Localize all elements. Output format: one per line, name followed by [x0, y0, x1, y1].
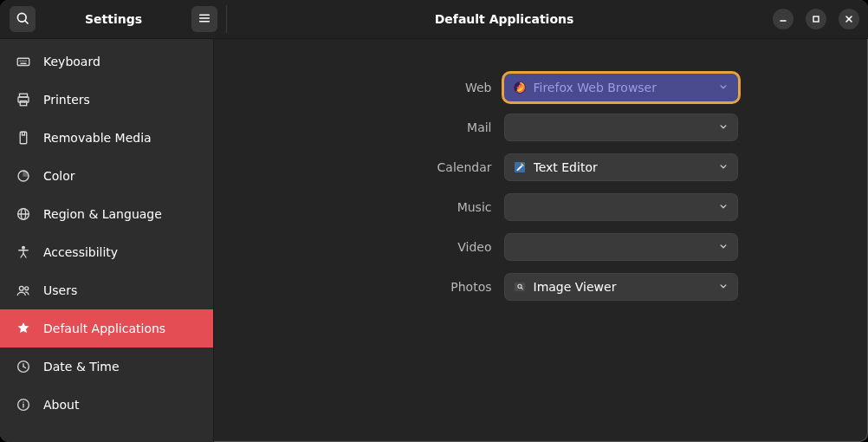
sidebar-item-accessibility[interactable]: Accessibility — [0, 233, 213, 271]
default-applications-icon — [16, 321, 31, 336]
minimize-button[interactable] — [773, 9, 794, 29]
calendar-select-value: Text Editor — [534, 160, 710, 174]
firefox-icon — [513, 81, 527, 94]
sidebar-item-label: Accessibility — [43, 245, 118, 259]
sidebar: KeyboardPrintersRemovable MediaColorRegi… — [0, 39, 214, 442]
sidebar-item-label: Color — [43, 169, 75, 183]
header-sidebar-section: Settings — [0, 0, 227, 38]
sidebar-item-region-language[interactable]: Region & Language — [0, 195, 213, 233]
chevron-down-icon — [717, 200, 729, 215]
photos-select-value: Image Viewer — [534, 280, 710, 294]
text-editor-icon — [513, 160, 527, 174]
svg-point-30 — [25, 287, 29, 290]
removable-media-icon — [16, 130, 31, 146]
sidebar-item-about[interactable]: About — [0, 386, 213, 424]
chevron-down-icon — [717, 120, 729, 135]
sidebar-item-label: Date & Time — [43, 360, 120, 374]
calendar-label: Calendar — [345, 160, 492, 174]
sidebar-item-date-time[interactable]: Date & Time — [0, 348, 213, 386]
keyboard-icon — [16, 54, 31, 69]
mail-select[interactable] — [504, 114, 738, 141]
sidebar-item-label: Printers — [43, 93, 90, 107]
header-content-section: Default Applications — [227, 0, 868, 38]
photos-label: Photos — [345, 280, 492, 294]
sidebar-item-label: About — [43, 398, 79, 412]
users-icon — [16, 283, 31, 298]
maximize-button[interactable] — [806, 9, 826, 29]
image-viewer-icon — [513, 280, 527, 294]
close-button[interactable] — [839, 9, 859, 29]
chevron-down-icon — [717, 240, 729, 255]
date-time-icon — [16, 359, 31, 374]
web-select[interactable]: Firefox Web Browser — [504, 74, 738, 101]
svg-rect-18 — [20, 132, 27, 144]
sidebar-item-label: Keyboard — [43, 55, 100, 68]
color-icon — [16, 168, 31, 184]
window-controls — [773, 9, 859, 29]
svg-point-36 — [23, 401, 23, 402]
svg-line-33 — [23, 367, 26, 368]
accessibility-icon — [16, 244, 31, 260]
svg-rect-9 — [17, 58, 29, 65]
mail-label: Mail — [345, 120, 492, 134]
video-select[interactable] — [504, 233, 738, 261]
sidebar-item-label: Default Applications — [43, 322, 165, 335]
window-body: KeyboardPrintersRemovable MediaColorRegi… — [0, 39, 868, 442]
headerbar: Settings Default Applications — [0, 0, 868, 39]
sidebar-item-label: Users — [43, 283, 77, 297]
web-label: Web — [345, 81, 492, 94]
region-language-icon — [16, 206, 31, 222]
default-apps-form: WebFirefox Web BrowserMailCalendarText E… — [240, 74, 842, 301]
svg-rect-39 — [515, 283, 525, 292]
sidebar-item-printers[interactable]: Printers — [0, 81, 213, 119]
music-select[interactable] — [504, 193, 738, 221]
about-icon — [16, 397, 31, 413]
sidebar-item-label: Region & Language — [43, 207, 162, 221]
sidebar-item-users[interactable]: Users — [0, 271, 213, 309]
chevron-down-icon — [717, 160, 729, 175]
svg-rect-17 — [20, 101, 27, 106]
svg-line-28 — [23, 254, 26, 258]
calendar-select[interactable]: Text Editor — [504, 153, 738, 181]
svg-line-1 — [25, 21, 28, 23]
content-area: WebFirefox Web BrowserMailCalendarText E… — [214, 39, 868, 442]
menu-button[interactable] — [191, 6, 217, 32]
search-icon — [15, 10, 30, 29]
svg-point-29 — [19, 286, 23, 290]
svg-point-24 — [23, 246, 25, 249]
chevron-down-icon — [717, 81, 729, 95]
sidebar-item-keyboard[interactable]: Keyboard — [0, 42, 213, 81]
photos-select[interactable]: Image Viewer — [504, 273, 738, 301]
web-select-value: Firefox Web Browser — [534, 81, 710, 94]
music-label: Music — [345, 200, 492, 214]
sidebar-item-removable-media[interactable]: Removable Media — [0, 119, 213, 157]
hamburger-icon — [197, 10, 212, 29]
video-label: Video — [345, 240, 492, 254]
svg-rect-19 — [23, 132, 25, 135]
search-button[interactable] — [10, 6, 36, 32]
printers-icon — [16, 92, 31, 107]
svg-line-27 — [21, 254, 23, 258]
page-title: Default Applications — [236, 12, 773, 26]
sidebar-item-color[interactable]: Color — [0, 157, 213, 195]
svg-rect-6 — [813, 16, 819, 22]
sidebar-item-default-applications[interactable]: Default Applications — [0, 309, 213, 348]
settings-window: Settings Default Applications — [0, 0, 868, 442]
sidebar-title: Settings — [38, 12, 189, 26]
sidebar-item-label: Removable Media — [43, 131, 152, 145]
chevron-down-icon — [717, 280, 729, 295]
